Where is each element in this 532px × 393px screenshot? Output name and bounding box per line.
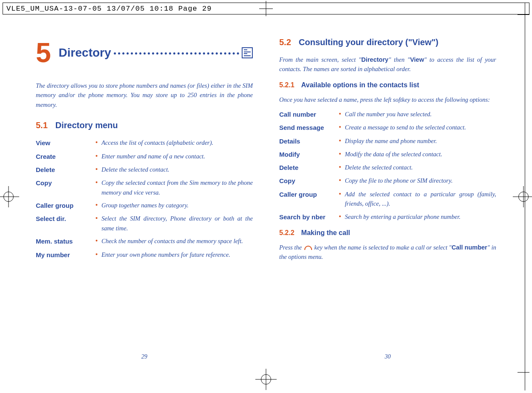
section-5-2-1-intro: Once you have selected a name, press the…	[279, 95, 496, 104]
crop-marks-right	[518, 3, 529, 390]
section-title: Consulting your directory ("View")	[299, 37, 439, 47]
options-list: Call number•Call the number you have sel…	[279, 109, 496, 222]
registration-mark-bottom	[261, 374, 271, 384]
menu-item: Copy•Copy the selected contact from the …	[36, 178, 253, 197]
section-number: 5.2	[279, 37, 291, 47]
subsection-number: 5.2.1	[279, 81, 295, 89]
menu-item: My number•Enter your own phone numbers f…	[36, 250, 253, 260]
option-item: Call number•Call the number you have sel…	[279, 109, 496, 119]
option-item: Modify•Modify the data of the selected c…	[279, 149, 496, 159]
subsection-title: Making the call	[301, 229, 350, 236]
leader-dots	[114, 52, 239, 55]
page-number-left: 29	[142, 352, 147, 361]
section-title: Directory menu	[55, 120, 118, 130]
option-item: Details•Display the name and phone numbe…	[279, 136, 496, 146]
chapter-intro: The directory allows you to store phone …	[36, 81, 253, 109]
directory-icon	[242, 47, 253, 58]
menu-item: Delete•Delete the selected contact.	[36, 165, 253, 175]
chapter-title: Directory	[59, 43, 111, 62]
section-number: 5.1	[36, 120, 48, 130]
option-item: Copy•Copy the file to the phone or SIM d…	[279, 176, 496, 186]
header-text: VLE5_UM_USA-13-07-05 13/07/05 10:18 Page…	[6, 5, 212, 13]
menu-item: View•Access the list of contacts (alphab…	[36, 138, 253, 148]
menu-item: Create•Enter number and name of a new co…	[36, 152, 253, 161]
section-5-2-1-heading: 5.2.1Available options in the contacts l…	[279, 80, 496, 91]
section-5-2-2-heading: 5.2.2Making the call	[279, 228, 496, 238]
registration-mark-left	[3, 192, 14, 202]
section-5-2-heading: 5.2Consulting your directory ("View")	[279, 36, 496, 49]
section-5-1-heading: 5.1Directory menu	[36, 119, 253, 132]
page-number-right: 30	[385, 352, 391, 361]
option-item: Caller group•Add the selected contact to…	[279, 189, 496, 209]
directory-menu-list: View•Access the list of contacts (alphab…	[36, 138, 253, 259]
subsection-number: 5.2.2	[279, 229, 295, 236]
option-item: Send message•Create a message to send to…	[279, 123, 496, 132]
page-left: 5 Directory The directory allows you to …	[36, 34, 253, 367]
subsection-title: Available options in the contacts list	[301, 81, 419, 89]
option-item: Delete•Delete the selected contact.	[279, 163, 496, 172]
page-right: 5.2Consulting your directory ("View") Fr…	[279, 34, 496, 367]
chapter-number: 5	[36, 39, 51, 66]
menu-item: Select dir.•Select the SIM directory, Ph…	[36, 214, 253, 233]
chapter-heading: 5 Directory	[36, 39, 253, 66]
section-5-2-2-para: Press the key when the name is selected …	[279, 243, 496, 262]
option-item: Search by nber•Search by entering a part…	[279, 212, 496, 222]
menu-item: Mem. status•Check the number of contacts…	[36, 236, 253, 246]
call-key-icon	[304, 246, 312, 250]
section-5-2-para: From the main screen, select "Directory"…	[279, 55, 496, 74]
menu-item: Caller group•Group together names by cat…	[36, 201, 253, 210]
